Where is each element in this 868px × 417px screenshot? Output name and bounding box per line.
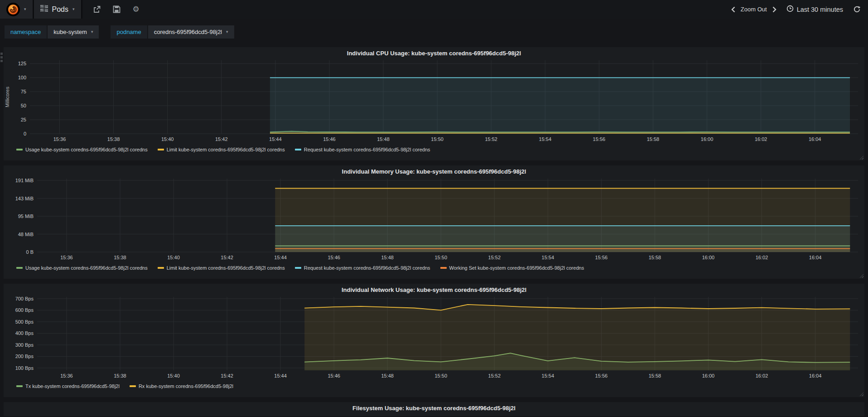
svg-text:500 Bps: 500 Bps xyxy=(15,319,34,325)
variable-namespace-value-dropdown[interactable]: kube-system ▾ xyxy=(48,25,99,39)
svg-text:15:56: 15:56 xyxy=(593,136,606,142)
svg-text:15:56: 15:56 xyxy=(595,255,608,260)
panel-drag-handle[interactable] xyxy=(0,53,3,62)
legend-series-swatch xyxy=(130,385,136,387)
svg-text:15:52: 15:52 xyxy=(485,136,497,142)
legend-series-label: Tx kube-system coredns-695f96dcd5-98j2l xyxy=(25,383,120,389)
legend-series-label: Request kube-system coredns-695f96dcd5-9… xyxy=(304,265,430,271)
legend-item[interactable]: Usage kube-system coredns-695f96dcd5-98j… xyxy=(16,265,148,271)
svg-text:15:54: 15:54 xyxy=(542,255,555,260)
legend-item[interactable]: Usage kube-system coredns-695f96dcd5-98j… xyxy=(16,147,148,152)
legend-series-label: Usage kube-system coredns-695f96dcd5-98j… xyxy=(25,265,148,271)
time-shift-forward-button[interactable] xyxy=(772,6,776,13)
legend-series-label: Working Set kube-system coredns-695f96dc… xyxy=(449,265,584,271)
svg-text:100 Bps: 100 Bps xyxy=(15,365,34,371)
grafana-logo-icon xyxy=(6,3,20,16)
svg-text:15:44: 15:44 xyxy=(269,136,282,142)
svg-text:0: 0 xyxy=(24,131,26,136)
svg-text:15:52: 15:52 xyxy=(488,255,501,260)
svg-text:100: 100 xyxy=(18,75,26,80)
svg-text:25: 25 xyxy=(21,117,26,122)
svg-text:700 Bps: 700 Bps xyxy=(15,296,34,301)
svg-text:15:44: 15:44 xyxy=(274,373,287,378)
svg-text:15:48: 15:48 xyxy=(377,136,390,142)
svg-text:15:54: 15:54 xyxy=(539,136,552,142)
memory-legend: Usage kube-system coredns-695f96dcd5-98j… xyxy=(16,263,864,273)
dashboard-grid-icon xyxy=(40,5,48,14)
variable-namespace-value: kube-system xyxy=(53,29,87,35)
variable-podname: podname coredns-695f96dcd5-98j2l ▾ xyxy=(111,25,234,39)
dashboard-title: Pods xyxy=(52,5,68,14)
svg-text:95 MiB: 95 MiB xyxy=(18,213,34,219)
svg-text:125: 125 xyxy=(18,61,26,66)
dashboard-picker[interactable]: Pods ▾ xyxy=(34,0,81,19)
svg-text:600 Bps: 600 Bps xyxy=(15,307,34,313)
network-usage-chart[interactable]: 100 Bps200 Bps300 Bps400 Bps500 Bps600 B… xyxy=(4,294,864,381)
legend-series-label: Limit kube-system coredns-695f96dcd5-98j… xyxy=(167,147,285,152)
cpu-usage-chart[interactable]: 025507510012515:3615:3815:4015:4215:4415… xyxy=(4,58,864,145)
legend-item[interactable]: Working Set kube-system coredns-695f96dc… xyxy=(440,265,584,271)
panel-title[interactable]: Individual Memory Usage: kube-system cor… xyxy=(4,165,864,176)
svg-text:16:04: 16:04 xyxy=(809,136,821,142)
panel-title[interactable]: Filesystem Usage: kube-system coredns-69… xyxy=(4,402,864,412)
zoom-out-button[interactable]: Zoom Out xyxy=(741,6,767,13)
grafana-menu-button[interactable]: ▾ xyxy=(0,0,33,19)
svg-text:16:00: 16:00 xyxy=(702,373,715,378)
svg-text:16:04: 16:04 xyxy=(809,255,822,260)
svg-text:15:52: 15:52 xyxy=(488,373,501,378)
zoom-controls: Zoom Out xyxy=(731,6,776,13)
svg-text:75: 75 xyxy=(21,89,26,94)
svg-text:15:48: 15:48 xyxy=(381,255,394,260)
legend-series-swatch xyxy=(158,149,164,150)
svg-text:300 Bps: 300 Bps xyxy=(15,342,34,348)
panel-resize-handle[interactable] xyxy=(859,155,863,160)
svg-text:143 MiB: 143 MiB xyxy=(15,196,34,201)
share-button[interactable] xyxy=(92,5,101,13)
svg-text:50: 50 xyxy=(21,103,26,108)
svg-text:15:40: 15:40 xyxy=(161,136,174,142)
memory-usage-chart[interactable]: 0 B48 MiB95 MiB143 MiB191 MiB15:3615:381… xyxy=(4,176,864,263)
legend-series-label: Request kube-system coredns-695f96dcd5-9… xyxy=(304,147,430,152)
time-range-label: Last 30 minutes xyxy=(797,6,843,13)
variable-podname-value-dropdown[interactable]: coredns-695f96dcd5-98j2l ▾ xyxy=(148,25,234,39)
svg-text:15:56: 15:56 xyxy=(595,373,608,378)
legend-item[interactable]: Rx kube-system coredns-695f96dcd5-98j2l xyxy=(130,383,233,389)
panel-memory-usage: Individual Memory Usage: kube-system cor… xyxy=(4,165,864,279)
svg-text:Millicores: Millicores xyxy=(5,87,10,107)
legend-series-label: Limit kube-system coredns-695f96dcd5-98j… xyxy=(167,265,285,271)
time-shift-back-button[interactable] xyxy=(731,6,735,13)
settings-gear-icon[interactable]: ⚙ xyxy=(133,5,140,13)
panel-cpu-usage: Individual CPU Usage: kube-system coredn… xyxy=(4,47,864,160)
svg-text:15:46: 15:46 xyxy=(328,255,340,260)
refresh-button[interactable] xyxy=(853,5,861,13)
variable-namespace-label: namespace xyxy=(5,25,47,39)
dashboard-caret-icon: ▾ xyxy=(72,7,75,11)
svg-text:15:38: 15:38 xyxy=(107,136,120,142)
svg-text:15:36: 15:36 xyxy=(60,255,73,260)
legend-series-swatch xyxy=(16,267,23,269)
svg-text:191 MiB: 191 MiB xyxy=(15,178,34,183)
dashboard-body: Individual CPU Usage: kube-system coredn… xyxy=(0,44,868,416)
legend-item[interactable]: Request kube-system coredns-695f96dcd5-9… xyxy=(295,265,430,271)
panel-title[interactable]: Individual Network Usage: kube-system co… xyxy=(4,284,864,294)
panel-title[interactable]: Individual CPU Usage: kube-system coredn… xyxy=(4,47,864,58)
legend-item[interactable]: Limit kube-system coredns-695f96dcd5-98j… xyxy=(158,147,285,152)
svg-text:15:36: 15:36 xyxy=(53,136,66,142)
svg-text:15:58: 15:58 xyxy=(647,136,660,142)
legend-series-swatch xyxy=(295,149,301,150)
panel-resize-handle[interactable] xyxy=(859,273,863,278)
svg-text:16:02: 16:02 xyxy=(756,255,768,260)
svg-text:48 MiB: 48 MiB xyxy=(18,232,34,237)
svg-text:15:50: 15:50 xyxy=(434,255,447,260)
panel-resize-handle[interactable] xyxy=(859,392,863,396)
legend-item[interactable]: Tx kube-system coredns-695f96dcd5-98j2l xyxy=(16,383,120,389)
save-button[interactable] xyxy=(113,5,121,13)
svg-text:16:00: 16:00 xyxy=(702,255,715,260)
legend-item[interactable]: Request kube-system coredns-695f96dcd5-9… xyxy=(295,147,430,152)
svg-text:15:38: 15:38 xyxy=(114,255,126,260)
svg-text:15:44: 15:44 xyxy=(274,255,287,260)
time-range-picker[interactable]: Last 30 minutes xyxy=(786,5,843,14)
legend-item[interactable]: Limit kube-system coredns-695f96dcd5-98j… xyxy=(158,265,285,271)
svg-text:15:40: 15:40 xyxy=(167,255,180,260)
navbar-time-controls: Zoom Out Last 30 minutes xyxy=(731,0,868,19)
